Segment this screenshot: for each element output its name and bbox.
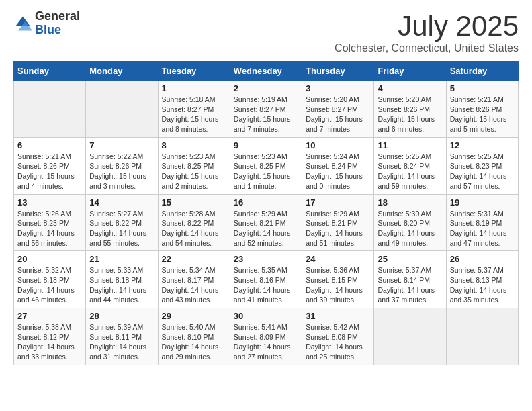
calendar-cell: 6Sunrise: 5:21 AMSunset: 8:26 PMDaylight…: [14, 137, 86, 194]
day-info: Sunrise: 5:21 AMSunset: 8:26 PMDaylight:…: [450, 95, 515, 134]
day-info: Sunrise: 5:31 AMSunset: 8:19 PMDaylight:…: [450, 209, 515, 248]
day-info: Sunrise: 5:30 AMSunset: 8:20 PMDaylight:…: [378, 209, 442, 248]
day-info: Sunrise: 5:26 AMSunset: 8:23 PMDaylight:…: [17, 209, 82, 248]
day-number: 5: [450, 83, 515, 93]
day-number: 16: [234, 197, 298, 208]
day-number: 24: [306, 254, 370, 264]
calendar-cell: 31Sunrise: 5:42 AMSunset: 8:08 PMDayligh…: [302, 308, 374, 365]
day-number: 6: [17, 140, 82, 150]
day-info: Sunrise: 5:28 AMSunset: 8:22 PMDaylight:…: [162, 209, 226, 248]
calendar-week-row: 27Sunrise: 5:38 AMSunset: 8:12 PMDayligh…: [14, 308, 519, 365]
day-info: Sunrise: 5:24 AMSunset: 8:24 PMDaylight:…: [306, 152, 370, 191]
calendar-cell: 16Sunrise: 5:29 AMSunset: 8:21 PMDayligh…: [230, 194, 302, 251]
day-number: 4: [378, 83, 442, 93]
day-number: 15: [162, 197, 226, 208]
calendar-week-row: 6Sunrise: 5:21 AMSunset: 8:26 PMDaylight…: [14, 137, 519, 194]
day-info: Sunrise: 5:22 AMSunset: 8:26 PMDaylight:…: [89, 152, 154, 191]
day-info: Sunrise: 5:34 AMSunset: 8:17 PMDaylight:…: [162, 265, 226, 305]
weekday-header: Monday: [86, 62, 158, 81]
day-info: Sunrise: 5:35 AMSunset: 8:16 PMDaylight:…: [234, 265, 298, 305]
calendar-cell: 15Sunrise: 5:28 AMSunset: 8:22 PMDayligh…: [158, 194, 230, 251]
calendar-cell: 26Sunrise: 5:37 AMSunset: 8:13 PMDayligh…: [446, 251, 518, 308]
day-number: 17: [306, 197, 370, 208]
calendar-cell: 24Sunrise: 5:36 AMSunset: 8:15 PMDayligh…: [302, 251, 374, 308]
calendar-header-row: SundayMondayTuesdayWednesdayThursdayFrid…: [14, 62, 519, 81]
day-number: 8: [162, 140, 226, 150]
subtitle: Colchester, Connecticut, United States: [335, 42, 519, 54]
logo-icon: [13, 14, 32, 33]
calendar-cell: 2Sunrise: 5:19 AMSunset: 8:27 PMDaylight…: [230, 81, 302, 138]
calendar-cell: [86, 81, 158, 138]
day-number: 14: [89, 197, 154, 208]
calendar-cell: 27Sunrise: 5:38 AMSunset: 8:12 PMDayligh…: [14, 308, 86, 365]
day-number: 27: [17, 311, 82, 321]
day-number: 3: [306, 83, 370, 93]
calendar-cell: 9Sunrise: 5:23 AMSunset: 8:25 PMDaylight…: [230, 137, 302, 194]
day-number: 29: [162, 311, 226, 321]
calendar-cell: 7Sunrise: 5:22 AMSunset: 8:26 PMDaylight…: [86, 137, 158, 194]
day-info: Sunrise: 5:19 AMSunset: 8:27 PMDaylight:…: [234, 95, 298, 134]
day-number: 30: [234, 311, 298, 321]
main-title: July 2025: [335, 10, 519, 42]
day-number: 21: [89, 254, 154, 264]
weekday-header: Friday: [374, 62, 446, 81]
day-number: 11: [378, 140, 442, 150]
weekday-header: Sunday: [14, 62, 86, 81]
day-number: 13: [17, 197, 82, 208]
day-info: Sunrise: 5:32 AMSunset: 8:18 PMDaylight:…: [17, 265, 82, 305]
day-info: Sunrise: 5:27 AMSunset: 8:22 PMDaylight:…: [89, 209, 154, 248]
day-info: Sunrise: 5:37 AMSunset: 8:14 PMDaylight:…: [378, 265, 442, 305]
calendar-week-row: 13Sunrise: 5:26 AMSunset: 8:23 PMDayligh…: [14, 194, 519, 251]
calendar-week-row: 1Sunrise: 5:18 AMSunset: 8:27 PMDaylight…: [14, 81, 519, 138]
day-info: Sunrise: 5:23 AMSunset: 8:25 PMDaylight:…: [234, 152, 298, 191]
day-number: 25: [378, 254, 442, 264]
calendar-cell: 19Sunrise: 5:31 AMSunset: 8:19 PMDayligh…: [446, 194, 518, 251]
day-info: Sunrise: 5:29 AMSunset: 8:21 PMDaylight:…: [234, 209, 298, 248]
logo-text: General Blue: [35, 10, 80, 37]
day-info: Sunrise: 5:18 AMSunset: 8:27 PMDaylight:…: [162, 95, 226, 134]
day-info: Sunrise: 5:25 AMSunset: 8:24 PMDaylight:…: [378, 152, 442, 191]
calendar-cell: 20Sunrise: 5:32 AMSunset: 8:18 PMDayligh…: [14, 251, 86, 308]
day-number: 23: [234, 254, 298, 264]
calendar-cell: 17Sunrise: 5:29 AMSunset: 8:21 PMDayligh…: [302, 194, 374, 251]
calendar-cell: 8Sunrise: 5:23 AMSunset: 8:25 PMDaylight…: [158, 137, 230, 194]
day-info: Sunrise: 5:20 AMSunset: 8:27 PMDaylight:…: [306, 95, 370, 134]
day-info: Sunrise: 5:40 AMSunset: 8:10 PMDaylight:…: [162, 322, 226, 362]
logo-blue: Blue: [35, 24, 80, 37]
calendar-cell: 30Sunrise: 5:41 AMSunset: 8:09 PMDayligh…: [230, 308, 302, 365]
day-info: Sunrise: 5:33 AMSunset: 8:18 PMDaylight:…: [89, 265, 154, 305]
day-info: Sunrise: 5:20 AMSunset: 8:26 PMDaylight:…: [378, 95, 442, 134]
weekday-header: Saturday: [446, 62, 518, 81]
day-number: 7: [89, 140, 154, 150]
calendar-cell: 1Sunrise: 5:18 AMSunset: 8:27 PMDaylight…: [158, 81, 230, 138]
calendar-cell: 11Sunrise: 5:25 AMSunset: 8:24 PMDayligh…: [374, 137, 446, 194]
calendar-cell: 25Sunrise: 5:37 AMSunset: 8:14 PMDayligh…: [374, 251, 446, 308]
title-block: July 2025 Colchester, Connecticut, Unite…: [335, 10, 519, 54]
calendar-table: SundayMondayTuesdayWednesdayThursdayFrid…: [13, 61, 519, 365]
day-number: 31: [306, 311, 370, 321]
calendar-cell: [14, 81, 86, 138]
day-number: 12: [450, 140, 515, 150]
calendar-cell: 28Sunrise: 5:39 AMSunset: 8:11 PMDayligh…: [86, 308, 158, 365]
day-info: Sunrise: 5:36 AMSunset: 8:15 PMDaylight:…: [306, 265, 370, 305]
logo: General Blue: [13, 10, 80, 37]
calendar-cell: 12Sunrise: 5:25 AMSunset: 8:23 PMDayligh…: [446, 137, 518, 194]
calendar-cell: 22Sunrise: 5:34 AMSunset: 8:17 PMDayligh…: [158, 251, 230, 308]
calendar-cell: 3Sunrise: 5:20 AMSunset: 8:27 PMDaylight…: [302, 81, 374, 138]
day-number: 26: [450, 254, 515, 264]
calendar-cell: 4Sunrise: 5:20 AMSunset: 8:26 PMDaylight…: [374, 81, 446, 138]
calendar-cell: 10Sunrise: 5:24 AMSunset: 8:24 PMDayligh…: [302, 137, 374, 194]
day-info: Sunrise: 5:23 AMSunset: 8:25 PMDaylight:…: [162, 152, 226, 191]
day-info: Sunrise: 5:29 AMSunset: 8:21 PMDaylight:…: [306, 209, 370, 248]
weekday-header: Tuesday: [158, 62, 230, 81]
calendar-cell: 29Sunrise: 5:40 AMSunset: 8:10 PMDayligh…: [158, 308, 230, 365]
calendar-cell: 18Sunrise: 5:30 AMSunset: 8:20 PMDayligh…: [374, 194, 446, 251]
day-info: Sunrise: 5:39 AMSunset: 8:11 PMDaylight:…: [89, 322, 154, 362]
logo-general: General: [35, 10, 80, 24]
day-info: Sunrise: 5:37 AMSunset: 8:13 PMDaylight:…: [450, 265, 515, 305]
day-number: 18: [378, 197, 442, 208]
calendar-cell: 23Sunrise: 5:35 AMSunset: 8:16 PMDayligh…: [230, 251, 302, 308]
day-info: Sunrise: 5:21 AMSunset: 8:26 PMDaylight:…: [17, 152, 82, 191]
day-number: 19: [450, 197, 515, 208]
day-number: 22: [162, 254, 226, 264]
